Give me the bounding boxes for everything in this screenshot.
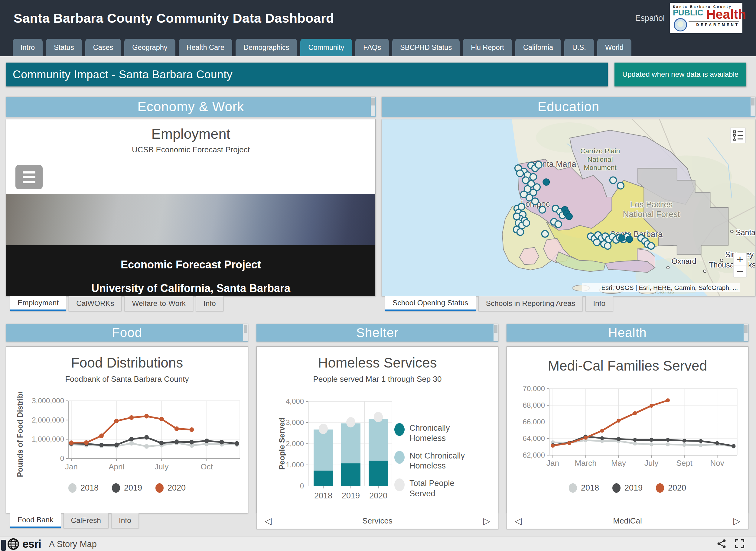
legend-swatch: [112, 483, 120, 493]
tab-world[interactable]: World: [597, 39, 632, 56]
data-point-2019: [732, 444, 736, 448]
employment-title: Employment: [6, 125, 375, 142]
data-point-2018: [699, 443, 703, 447]
hamburger-menu-button[interactable]: [15, 165, 43, 189]
tab-california[interactable]: California: [515, 39, 561, 56]
tab-sbcphd-status[interactable]: SBCPHD Status: [392, 39, 460, 56]
employment-card: Employment UCSB Economic Forecast Projec…: [6, 119, 376, 296]
esri-logo-text[interactable]: esri: [22, 538, 41, 550]
map-label-lospadres1: Los Padres: [630, 200, 673, 209]
svg-text:4,000: 4,000: [286, 397, 304, 405]
shelter-strip-label[interactable]: Services: [272, 516, 483, 526]
shelter-chart-subtitle: People served Mar 1 through Sep 30: [257, 375, 498, 384]
school-status-map[interactable]: Carrizo Plain National Monument Los Padr…: [382, 119, 755, 296]
data-point-2018: [144, 444, 149, 449]
school-marker[interactable]: [531, 198, 538, 204]
banner-title: Community Impact - Santa Barbara County: [6, 68, 233, 81]
school-marker[interactable]: [513, 213, 520, 220]
education-map-card: Carrizo Plain National Monument Los Padr…: [382, 119, 755, 296]
health-prev-arrow-icon[interactable]: ◁: [515, 516, 522, 526]
health-chart-title: Medi-Cal Families Served: [507, 358, 748, 374]
school-marker[interactable]: [530, 173, 536, 180]
food-header-scrollbar[interactable]: [243, 324, 248, 341]
tab-u-s[interactable]: U.S.: [564, 39, 594, 56]
data-point-2019: [174, 440, 179, 444]
economy-tab-info[interactable]: Info: [196, 296, 224, 311]
data-point-2018: [666, 443, 670, 446]
food-tab-calfresh[interactable]: CalFresh: [63, 513, 108, 528]
bar-category-label: 2019: [342, 491, 360, 500]
shelter-next-arrow-icon[interactable]: ▷: [483, 516, 490, 526]
tab-flu-report[interactable]: Flu Report: [463, 39, 512, 56]
school-marker[interactable]: [594, 239, 600, 246]
data-point-2019: [666, 438, 670, 442]
data-point-2018: [633, 442, 637, 446]
school-marker-selected[interactable]: [566, 213, 573, 220]
health-strip-label[interactable]: MediCal: [522, 516, 733, 526]
tab-health-care[interactable]: Health Care: [179, 39, 232, 56]
tab-cases[interactable]: Cases: [85, 39, 121, 56]
bar-category-label: 2020: [369, 491, 387, 500]
economy-header-scrollbar[interactable]: [371, 97, 375, 116]
economy-tab-employment[interactable]: Employment: [10, 296, 66, 311]
health-header-scrollbar[interactable]: [744, 324, 748, 341]
food-tab-info[interactable]: Info: [111, 513, 139, 528]
school-marker-selected[interactable]: [626, 236, 633, 243]
school-marker[interactable]: [539, 206, 545, 213]
tab-community[interactable]: Community: [300, 39, 352, 56]
tab-faqs[interactable]: FAQs: [355, 39, 389, 56]
education-header-scrollbar[interactable]: [751, 97, 755, 116]
county-seal-icon: [674, 18, 687, 31]
shelter-header-scrollbar[interactable]: [493, 324, 498, 341]
logo-health-text: Health: [706, 9, 746, 20]
bar-chronically-2019: [341, 463, 360, 486]
school-marker[interactable]: [517, 170, 523, 176]
tab-demographics[interactable]: Demographics: [236, 39, 297, 56]
map-label-carrizo1: Carrizo Plain: [580, 147, 620, 155]
economy-tab-welfare-to-work[interactable]: Welfare-to-Work: [124, 296, 193, 311]
legend-swatch: [569, 483, 577, 493]
main-nav-tabs: IntroStatusCasesGeographyHealth CareDemo…: [0, 36, 756, 56]
education-tab-info[interactable]: Info: [586, 296, 613, 311]
tab-status[interactable]: Status: [46, 39, 82, 56]
food-tab-food-bank[interactable]: Food Bank: [10, 513, 61, 528]
fullscreen-icon[interactable]: [735, 539, 745, 549]
language-link[interactable]: Español: [635, 14, 665, 23]
legend-swatch: [155, 483, 163, 493]
school-marker[interactable]: [610, 177, 617, 183]
health-next-arrow-icon[interactable]: ▷: [733, 516, 740, 526]
map-label-simi-frag: ey: [746, 250, 754, 259]
economy-tab-calworks[interactable]: CalWORKs: [69, 296, 121, 311]
svg-text:May: May: [611, 459, 626, 468]
education-tab-schools-in-reporting-areas[interactable]: Schools in Reporting Areas: [478, 296, 583, 311]
map-label-lospadres2: National Forest: [623, 209, 680, 219]
school-marker[interactable]: [605, 243, 611, 249]
data-point-2019: [144, 435, 149, 440]
school-marker[interactable]: [523, 220, 530, 226]
school-marker[interactable]: [541, 230, 548, 237]
school-marker-selected[interactable]: [543, 179, 549, 185]
map-legend-button[interactable]: [730, 128, 745, 143]
banner-line1: Economic Forecast Project: [6, 245, 375, 271]
school-marker[interactable]: [517, 229, 524, 235]
shelter-prev-arrow-icon[interactable]: ◁: [265, 516, 272, 526]
share-icon[interactable]: [717, 539, 726, 549]
education-tab-school-opening-status[interactable]: School Opening Status: [385, 296, 476, 311]
data-point-2020: [633, 411, 637, 415]
app-header: Santa Barbara County Community Data Dash…: [0, 0, 756, 36]
shelter-chart-legend: Chronically HomelessNot Chronically Home…: [394, 423, 496, 506]
svg-text:Jan: Jan: [546, 459, 559, 468]
zoom-in-button[interactable]: +: [737, 253, 743, 266]
zoom-out-button[interactable]: −: [737, 265, 743, 278]
school-marker[interactable]: [535, 162, 542, 168]
school-marker[interactable]: [648, 243, 654, 249]
school-marker-selected[interactable]: [619, 235, 625, 241]
school-marker[interactable]: [617, 182, 624, 189]
map-zoom-control: + −: [733, 253, 747, 278]
update-note-button[interactable]: Updated when new data is available: [615, 63, 746, 86]
tab-geography[interactable]: Geography: [124, 39, 175, 56]
svg-text:Jan: Jan: [65, 462, 78, 471]
school-marker[interactable]: [555, 221, 561, 227]
data-point-2019: [650, 438, 654, 442]
tab-intro[interactable]: Intro: [13, 39, 43, 56]
